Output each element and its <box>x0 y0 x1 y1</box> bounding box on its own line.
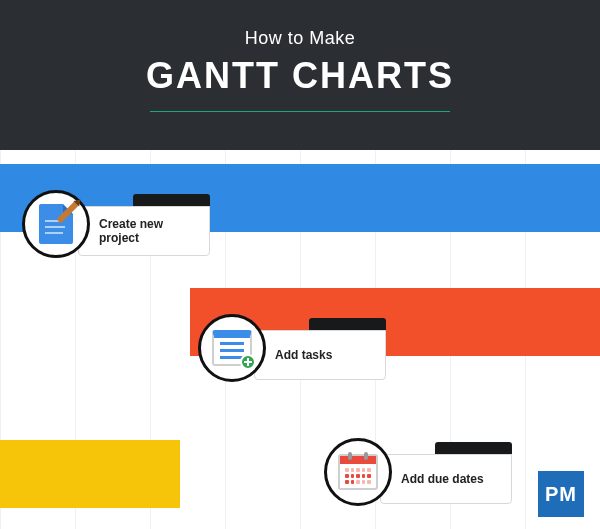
step-label: Create new project <box>78 206 210 256</box>
document-pencil-icon <box>22 190 90 258</box>
pm-logo: PM <box>538 471 584 517</box>
header-title: GANTT CHARTS <box>0 55 600 97</box>
calendar-icon <box>324 438 392 506</box>
step-add-tasks: Add tasks <box>198 314 386 384</box>
step-label-box: Add due dates <box>380 442 512 504</box>
header-underline <box>150 111 450 112</box>
step-label: Add tasks <box>254 330 386 380</box>
checklist-add-icon <box>198 314 266 382</box>
header-subtitle: How to Make <box>0 28 600 49</box>
header: How to Make GANTT CHARTS <box>0 0 600 150</box>
step-label: Add due dates <box>380 454 512 504</box>
step-label-box: Create new project <box>78 194 210 256</box>
step-label-box: Add tasks <box>254 318 386 380</box>
gantt-bar-3 <box>0 440 180 508</box>
gantt-chart-area: Create new project Add tasks <box>0 150 600 529</box>
step-create-project: Create new project <box>22 190 210 260</box>
step-add-due-dates: Add due dates <box>324 438 512 508</box>
